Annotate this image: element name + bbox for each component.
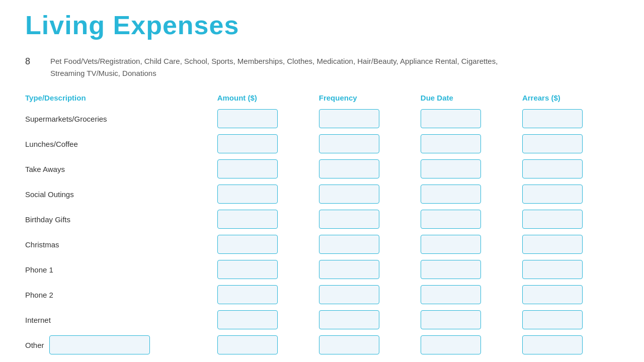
section-description: Pet Food/Vets/Registration, Child Care, … bbox=[50, 55, 503, 79]
amount-input[interactable] bbox=[217, 335, 278, 354]
amount-input[interactable] bbox=[217, 109, 278, 128]
total-freq-empty bbox=[314, 357, 416, 362]
table-row: Other bbox=[25, 332, 619, 357]
due-date-input[interactable] bbox=[421, 260, 481, 279]
due-date-input-cell bbox=[416, 131, 517, 156]
arrears-input[interactable] bbox=[522, 210, 583, 229]
table-row: Lunches/Coffee bbox=[25, 131, 619, 156]
col-due-date: Due Date bbox=[416, 89, 517, 106]
other-description-input[interactable] bbox=[49, 335, 150, 354]
due-date-input-cell bbox=[416, 282, 517, 307]
row-label: Supermarkets/Groceries bbox=[25, 106, 212, 131]
row-label: Take Aways bbox=[25, 156, 212, 182]
page-title: Living Expenses bbox=[25, 10, 619, 40]
due-date-input[interactable] bbox=[421, 335, 481, 354]
frequency-input[interactable] bbox=[319, 260, 379, 279]
row-label: Social Outings bbox=[25, 182, 212, 207]
due-date-input[interactable] bbox=[421, 285, 481, 304]
due-date-input[interactable] bbox=[421, 109, 481, 128]
frequency-input[interactable] bbox=[319, 109, 379, 128]
section-number: 8 bbox=[25, 55, 50, 67]
row-label: Birthday Gifts bbox=[25, 207, 212, 232]
due-date-input-cell bbox=[416, 156, 517, 182]
arrears-input[interactable] bbox=[522, 109, 583, 128]
row-label-text: Other bbox=[25, 341, 44, 349]
arrears-input[interactable] bbox=[522, 185, 583, 204]
amount-input[interactable] bbox=[217, 134, 278, 153]
frequency-input-cell bbox=[314, 131, 416, 156]
arrears-input[interactable] bbox=[522, 159, 583, 178]
col-amount: Amount ($) bbox=[212, 89, 314, 106]
frequency-input[interactable] bbox=[319, 134, 379, 153]
amount-input-cell bbox=[212, 131, 314, 156]
frequency-input[interactable] bbox=[319, 159, 379, 178]
due-date-input[interactable] bbox=[421, 159, 481, 178]
frequency-input[interactable] bbox=[319, 185, 379, 204]
amount-input-cell bbox=[212, 182, 314, 207]
amount-input[interactable] bbox=[217, 310, 278, 329]
arrears-input-cell bbox=[517, 207, 619, 232]
arrears-input[interactable] bbox=[522, 260, 583, 279]
frequency-input-cell bbox=[314, 106, 416, 131]
arrears-input[interactable] bbox=[522, 335, 583, 354]
amount-input-cell bbox=[212, 257, 314, 282]
amount-input-cell bbox=[212, 106, 314, 131]
col-type: Type/Description bbox=[25, 89, 212, 106]
amount-input[interactable] bbox=[217, 210, 278, 229]
amount-input-cell bbox=[212, 282, 314, 307]
frequency-input[interactable] bbox=[319, 285, 379, 304]
amount-input-cell bbox=[212, 156, 314, 182]
frequency-input-cell bbox=[314, 156, 416, 182]
arrears-input-cell bbox=[517, 106, 619, 131]
row-label: Internet bbox=[25, 307, 212, 332]
amount-input[interactable] bbox=[217, 260, 278, 279]
amount-input[interactable] bbox=[217, 159, 278, 178]
due-date-input-cell bbox=[416, 207, 517, 232]
total-empty-cell bbox=[25, 357, 212, 362]
total-due-date-empty bbox=[416, 357, 517, 362]
arrears-input-cell bbox=[517, 232, 619, 257]
arrears-input[interactable] bbox=[522, 310, 583, 329]
frequency-input-cell bbox=[314, 207, 416, 232]
table-row: Social Outings bbox=[25, 182, 619, 207]
arrears-input[interactable] bbox=[522, 285, 583, 304]
due-date-input[interactable] bbox=[421, 185, 481, 204]
arrears-input-cell bbox=[517, 257, 619, 282]
due-date-input-cell bbox=[416, 257, 517, 282]
row-label: Other bbox=[25, 332, 212, 357]
due-date-input[interactable] bbox=[421, 134, 481, 153]
amount-input[interactable] bbox=[217, 285, 278, 304]
row-label: Lunches/Coffee bbox=[25, 131, 212, 156]
arrears-input[interactable] bbox=[522, 134, 583, 153]
due-date-input[interactable] bbox=[421, 210, 481, 229]
frequency-input-cell bbox=[314, 332, 416, 357]
amount-input[interactable] bbox=[217, 235, 278, 254]
due-date-input[interactable] bbox=[421, 310, 481, 329]
amount-input-cell bbox=[212, 307, 314, 332]
arrears-input-cell bbox=[517, 332, 619, 357]
frequency-input-cell bbox=[314, 307, 416, 332]
table-row: Christmas bbox=[25, 232, 619, 257]
table-row: Birthday Gifts bbox=[25, 207, 619, 232]
due-date-input-cell bbox=[416, 106, 517, 131]
amount-input[interactable] bbox=[217, 185, 278, 204]
table-row: Supermarkets/Groceries bbox=[25, 106, 619, 131]
frequency-input[interactable] bbox=[319, 335, 379, 354]
due-date-input-cell bbox=[416, 182, 517, 207]
col-arrears: Arrears ($) bbox=[517, 89, 619, 106]
table-row: Phone 1 bbox=[25, 257, 619, 282]
frequency-input-cell bbox=[314, 282, 416, 307]
table-row: Phone 2 bbox=[25, 282, 619, 307]
amount-input-cell bbox=[212, 332, 314, 357]
due-date-input[interactable] bbox=[421, 235, 481, 254]
frequency-input[interactable] bbox=[319, 210, 379, 229]
frequency-input[interactable] bbox=[319, 235, 379, 254]
total-amount-label: Total ($) bbox=[212, 357, 314, 362]
frequency-input-cell bbox=[314, 182, 416, 207]
arrears-input-cell bbox=[517, 307, 619, 332]
arrears-input[interactable] bbox=[522, 235, 583, 254]
frequency-input[interactable] bbox=[319, 310, 379, 329]
arrears-input-cell bbox=[517, 182, 619, 207]
row-label: Christmas bbox=[25, 232, 212, 257]
row-label: Phone 1 bbox=[25, 257, 212, 282]
